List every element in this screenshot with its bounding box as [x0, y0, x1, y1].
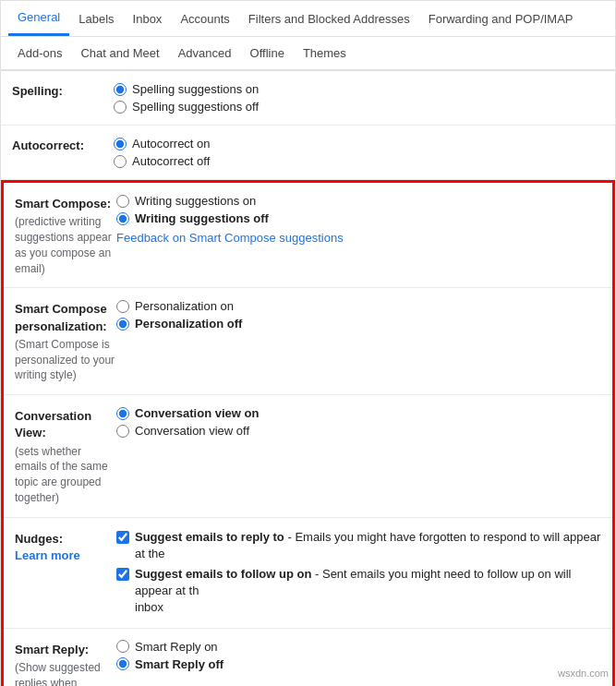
nudges-controls: Suggest emails to reply to - Emails you … — [116, 529, 601, 617]
spelling-off-radio[interactable] — [114, 101, 127, 114]
conversation-off-radio[interactable] — [116, 425, 129, 438]
personalization-off-label: Personalization off — [135, 317, 242, 331]
personalization-off-radio[interactable] — [116, 318, 129, 331]
autocorrect-off-option: Autocorrect off — [114, 154, 604, 168]
writing-on-radio[interactable] — [116, 195, 129, 208]
smart-compose-subtext: (predictive writing suggestions appear a… — [15, 214, 116, 276]
conversation-off-label: Conversation view off — [135, 424, 249, 438]
autocorrect-on-radio[interactable] — [114, 138, 127, 150]
conversation-on-option: Conversation view on — [116, 406, 601, 420]
tab-filters[interactable]: Filters and Blocked Addresses — [239, 3, 419, 35]
nudge-reply-checkbox[interactable] — [116, 531, 129, 544]
nudges-followup-option: Suggest emails to follow up on - Sent em… — [116, 566, 601, 617]
tab-addons[interactable]: Add-ons — [8, 37, 71, 69]
personalization-off-option: Personalization off — [116, 317, 601, 331]
smart-reply-subtext: (Show suggested replies when available.) — [15, 660, 116, 686]
smart-compose-personalization-setting: Smart Compose personalization: (Smart Co… — [4, 288, 612, 395]
writing-off-option: Writing suggestions off — [116, 211, 601, 225]
conversation-view-controls: Conversation view on Conversation view o… — [116, 406, 601, 438]
highlighted-section: Smart Compose: (predictive writing sugge… — [1, 180, 615, 686]
spelling-setting: Spelling: Spelling suggestions on Spelli… — [1, 71, 615, 126]
smart-reply-off-label: Smart Reply off — [135, 657, 223, 671]
smart-compose-personalization-subtext: (Smart Compose is personalized to your w… — [15, 337, 116, 383]
top-settings: Spelling: Spelling suggestions on Spelli… — [1, 71, 615, 180]
personalization-on-label: Personalization on — [135, 299, 234, 313]
nudge-reply-label: Suggest emails to reply to - Emails you … — [135, 529, 601, 562]
autocorrect-on-option: Autocorrect on — [114, 137, 604, 150]
autocorrect-on-label: Autocorrect on — [132, 137, 211, 150]
personalization-on-option: Personalization on — [116, 299, 601, 313]
writing-on-label: Writing suggestions on — [135, 194, 256, 208]
learn-more-link[interactable]: Learn more — [15, 548, 80, 562]
conversation-on-radio[interactable] — [116, 407, 129, 420]
smart-reply-setting: Smart Reply: (Show suggested replies whe… — [4, 629, 612, 686]
conversation-view-setting: Conversation View: (sets whether emails … — [4, 395, 612, 518]
tab-inbox[interactable]: Inbox — [124, 3, 172, 35]
autocorrect-off-label: Autocorrect off — [132, 154, 210, 168]
smart-compose-personalization-label: Smart Compose personalization: (Smart Co… — [15, 299, 116, 383]
nudges-setting: Nudges: Learn more Suggest emails to rep… — [4, 518, 612, 629]
spelling-controls: Spelling suggestions on Spelling suggest… — [114, 82, 604, 114]
personalization-on-radio[interactable] — [116, 300, 129, 313]
tab-accounts[interactable]: Accounts — [171, 3, 238, 35]
conversation-off-option: Conversation view off — [116, 424, 601, 438]
tab-general[interactable]: General — [8, 1, 69, 36]
feedback-link[interactable]: Feedback on Smart Compose suggestions — [116, 231, 601, 245]
tab-labels[interactable]: Labels — [69, 3, 123, 35]
writing-off-radio[interactable] — [116, 212, 129, 225]
smart-reply-on-label: Smart Reply on — [135, 640, 218, 654]
autocorrect-controls: Autocorrect on Autocorrect off — [114, 137, 604, 168]
watermark: wsxdn.com — [558, 668, 609, 679]
smart-reply-on-option: Smart Reply on — [116, 640, 601, 654]
smart-reply-controls: Smart Reply on Smart Reply off — [116, 640, 601, 671]
spelling-label: Spelling: — [12, 82, 114, 98]
tab-themes[interactable]: Themes — [294, 37, 356, 69]
nudge-followup-label: Suggest emails to follow up on - Sent em… — [135, 566, 601, 617]
conversation-on-label: Conversation view on — [135, 406, 259, 420]
conversation-view-subtext: (sets whether emails of the same topic a… — [15, 444, 116, 506]
tab-chat-meet[interactable]: Chat and Meet — [71, 37, 168, 69]
tabs-row1: General Labels Inbox Accounts Filters an… — [1, 1, 615, 37]
smart-compose-controls: Writing suggestions on Writing suggestio… — [116, 194, 601, 245]
writing-on-option: Writing suggestions on — [116, 194, 601, 208]
autocorrect-label: Autocorrect: — [12, 137, 114, 152]
autocorrect-setting: Autocorrect: Autocorrect on Autocorrect … — [1, 126, 615, 180]
smart-reply-off-option: Smart Reply off — [116, 657, 601, 671]
spelling-off-label: Spelling suggestions off — [132, 100, 259, 114]
tab-advanced[interactable]: Advanced — [169, 37, 241, 69]
smart-compose-setting: Smart Compose: (predictive writing sugge… — [4, 183, 612, 288]
conversation-view-label: Conversation View: (sets whether emails … — [15, 406, 116, 506]
tab-offline[interactable]: Offline — [241, 37, 294, 69]
nudges-label: Nudges: Learn more — [15, 529, 116, 564]
smart-reply-label: Smart Reply: (Show suggested replies whe… — [15, 640, 116, 686]
smart-compose-label: Smart Compose: (predictive writing sugge… — [15, 194, 116, 276]
spelling-on-label: Spelling suggestions on — [132, 82, 259, 96]
spelling-off-option: Spelling suggestions off — [114, 100, 604, 114]
nudges-reply-option: Suggest emails to reply to - Emails you … — [116, 529, 601, 562]
writing-off-label: Writing suggestions off — [135, 211, 269, 225]
nudge-followup-checkbox[interactable] — [116, 568, 129, 581]
spelling-on-radio[interactable] — [114, 83, 127, 96]
smart-reply-on-radio[interactable] — [116, 640, 129, 653]
tabs-row2: Add-ons Chat and Meet Advanced Offline T… — [1, 37, 615, 71]
autocorrect-off-radio[interactable] — [114, 155, 127, 168]
spelling-on-option: Spelling suggestions on — [114, 82, 604, 96]
tab-forwarding[interactable]: Forwarding and POP/IMAP — [419, 3, 583, 35]
smart-reply-off-radio[interactable] — [116, 657, 129, 670]
personalization-controls: Personalization on Personalization off — [116, 299, 601, 331]
